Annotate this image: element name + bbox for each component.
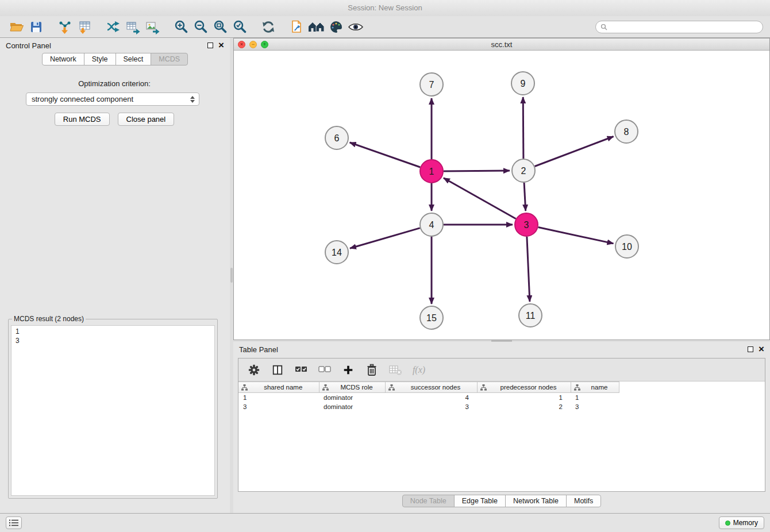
- open-folder-icon: [9, 20, 24, 34]
- graph-node-2[interactable]: 2: [512, 159, 535, 182]
- mcds-result-box: MCDS result (2 nodes) 13: [8, 315, 218, 499]
- graph-edge-1-2[interactable]: [444, 171, 510, 171]
- search-input[interactable]: [610, 23, 758, 31]
- close-table-panel-icon[interactable]: [759, 346, 764, 353]
- graph-node-10[interactable]: 10: [615, 235, 638, 258]
- table-tab-node-table[interactable]: Node Table: [402, 495, 455, 507]
- mcds-result-text[interactable]: 13: [11, 325, 215, 496]
- svg-text:8: 8: [624, 127, 629, 137]
- float-table-panel-icon[interactable]: [748, 346, 753, 352]
- optimization-criterion-label: Optimization criterion:: [2, 79, 226, 88]
- network-from-document-button[interactable]: [287, 18, 307, 36]
- network-canvas[interactable]: 7968124314101511: [234, 51, 769, 340]
- function-builder-button[interactable]: f(x): [411, 362, 426, 378]
- table-tab-edge-table[interactable]: Edge Table: [454, 495, 506, 507]
- graph-edge-2-3[interactable]: [524, 183, 526, 211]
- deselect-all-columns-button[interactable]: [317, 362, 332, 378]
- add-column-button[interactable]: [341, 362, 356, 378]
- close-window-icon[interactable]: [238, 41, 245, 48]
- column-header-successor-nodes[interactable]: successor nodes: [385, 382, 477, 393]
- svg-text:15: 15: [426, 313, 437, 323]
- graph-node-4[interactable]: 4: [420, 213, 443, 236]
- save-session-button[interactable]: [26, 18, 46, 36]
- table-panel-tabs: Node TableEdge TableNetwork TableMotifs: [233, 495, 770, 507]
- table-tab-motifs[interactable]: Motifs: [566, 495, 601, 507]
- graph-node-6[interactable]: 6: [325, 126, 348, 149]
- zoom-fit-icon: [213, 20, 228, 34]
- table-row[interactable]: 1dominator411: [238, 393, 619, 402]
- zoom-out-button[interactable]: [191, 18, 210, 36]
- graph-edge-2-8[interactable]: [535, 137, 614, 167]
- table-panel: Table Panel: [233, 342, 770, 511]
- tab-select[interactable]: Select: [116, 53, 152, 65]
- status-bar: Memory: [0, 513, 770, 532]
- graph-node-8[interactable]: 8: [615, 120, 638, 143]
- graph-node-11[interactable]: 11: [519, 304, 542, 327]
- svg-text:1: 1: [429, 167, 434, 176]
- tab-network[interactable]: Network: [42, 53, 84, 65]
- select-all-columns-button[interactable]: [294, 362, 309, 378]
- memory-button[interactable]: Memory: [719, 516, 764, 529]
- task-history-button[interactable]: [6, 516, 22, 529]
- zoom-in-button[interactable]: [171, 18, 191, 36]
- graph-node-1[interactable]: 1: [420, 160, 443, 183]
- open-file-button[interactable]: [7, 18, 26, 36]
- home-icon: [308, 20, 325, 34]
- style-palette-button[interactable]: [326, 18, 346, 36]
- node-table-body: 1dominator4113dominator323: [238, 393, 619, 411]
- graph-edge-4-14[interactable]: [350, 228, 420, 248]
- zoom-in-icon: [174, 20, 188, 34]
- export-network-button[interactable]: [103, 18, 123, 36]
- column-header-name[interactable]: name: [571, 382, 619, 393]
- float-panel-icon[interactable]: [207, 43, 213, 48]
- optimization-criterion-select[interactable]: strongly connected component: [26, 92, 199, 106]
- import-table-button[interactable]: [75, 18, 94, 36]
- delete-table-button[interactable]: [388, 362, 403, 378]
- home-button[interactable]: [307, 18, 326, 36]
- import-network-button[interactable]: [55, 18, 75, 36]
- graph-edge-2-9[interactable]: [523, 97, 523, 159]
- export-table-button[interactable]: [123, 18, 143, 36]
- svg-text:10: 10: [622, 242, 632, 252]
- combo-stepper-icon: [190, 96, 196, 103]
- table-settings-button[interactable]: [247, 362, 261, 378]
- svg-text:11: 11: [526, 311, 536, 321]
- tab-style[interactable]: Style: [84, 53, 116, 65]
- zoom-selected-button[interactable]: [230, 18, 249, 36]
- close-panel-icon[interactable]: [218, 42, 224, 49]
- graph-node-15[interactable]: 15: [420, 306, 443, 329]
- refresh-view-button[interactable]: [259, 18, 278, 36]
- minimize-window-icon[interactable]: [249, 41, 257, 48]
- run-mcds-button[interactable]: Run MCDS: [55, 113, 110, 126]
- graph-edge-1-6[interactable]: [350, 142, 421, 167]
- search-icon: [600, 24, 607, 30]
- graph-node-9[interactable]: 9: [511, 72, 534, 95]
- delete-column-button[interactable]: [364, 362, 379, 378]
- column-header-shared-name[interactable]: shared name: [238, 382, 319, 393]
- refresh-icon: [261, 20, 276, 34]
- close-mcds-panel-button[interactable]: Close panel: [118, 113, 175, 126]
- graph-node-3[interactable]: 3: [515, 213, 538, 236]
- table-tab-network-table[interactable]: Network Table: [505, 495, 567, 507]
- graph-node-14[interactable]: 14: [325, 241, 348, 264]
- tab-mcds[interactable]: MCDS: [151, 53, 188, 65]
- maximize-window-icon[interactable]: [261, 41, 268, 48]
- graph-edge-3-1[interactable]: [444, 178, 516, 219]
- column-header-predecessor-nodes[interactable]: predecessor nodes: [477, 382, 571, 393]
- show-columns-button[interactable]: [270, 362, 285, 378]
- svg-text:9: 9: [521, 79, 526, 88]
- column-type-icon: [480, 384, 487, 391]
- workspace-area: scc.txt 7968124314101511 Table Panel: [233, 38, 770, 513]
- table-row[interactable]: 3dominator323: [238, 402, 619, 411]
- optimization-criterion-value: strongly connected component: [32, 95, 133, 103]
- graph-node-7[interactable]: 7: [420, 73, 443, 96]
- zoom-fit-button[interactable]: [210, 18, 230, 36]
- network-graph[interactable]: 7968124314101511: [234, 51, 769, 340]
- column-header-MCDS-role[interactable]: MCDS role: [319, 382, 385, 393]
- graph-edge-3-10[interactable]: [538, 228, 614, 244]
- show-details-button[interactable]: [346, 18, 365, 36]
- splitter-handle[interactable]: [230, 268, 233, 283]
- export-image-button[interactable]: [143, 18, 162, 36]
- graph-edge-3-11[interactable]: [527, 237, 530, 302]
- table-panel-title: Table Panel: [239, 345, 278, 354]
